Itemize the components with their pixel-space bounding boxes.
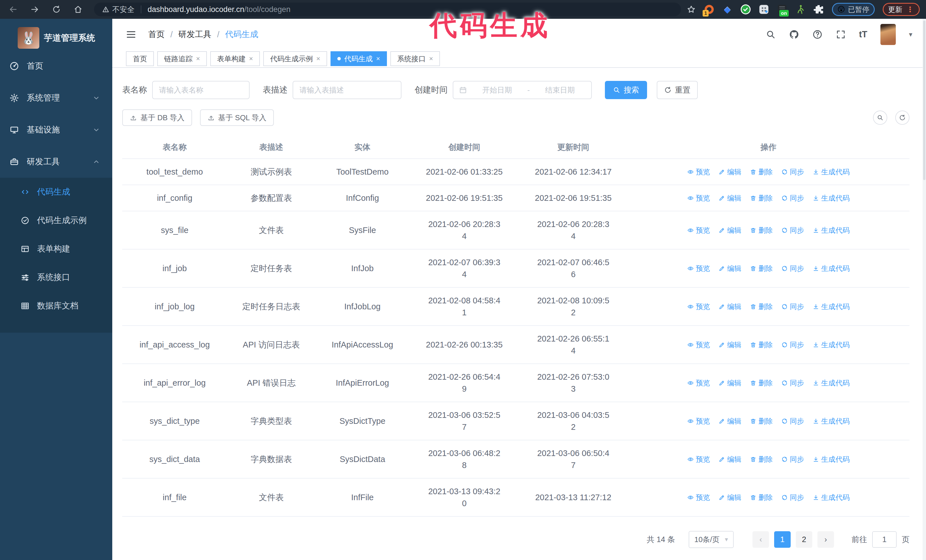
close-icon[interactable]: × bbox=[376, 55, 380, 62]
close-icon[interactable]: × bbox=[429, 55, 433, 62]
start-date-placeholder[interactable]: 开始日期 bbox=[472, 85, 523, 95]
import-sql-button[interactable]: 基于 SQL 导入 bbox=[200, 109, 274, 126]
tab-系统接口[interactable]: 系统接口× bbox=[390, 51, 440, 66]
action-预览[interactable]: 预览 bbox=[687, 226, 710, 235]
action-编辑[interactable]: 编辑 bbox=[719, 167, 741, 177]
back-icon[interactable] bbox=[9, 5, 18, 14]
action-删除[interactable]: 删除 bbox=[750, 167, 773, 177]
import-db-button[interactable]: 基于 DB 导入 bbox=[122, 109, 192, 126]
forward-icon[interactable] bbox=[30, 5, 39, 14]
action-同步[interactable]: 同步 bbox=[781, 226, 804, 235]
action-预览[interactable]: 预览 bbox=[687, 340, 710, 350]
goto-page-input[interactable] bbox=[872, 531, 897, 548]
action-编辑[interactable]: 编辑 bbox=[719, 417, 741, 426]
user-avatar[interactable] bbox=[881, 24, 896, 45]
action-预览[interactable]: 预览 bbox=[687, 302, 710, 311]
action-同步[interactable]: 同步 bbox=[781, 417, 804, 426]
end-date-placeholder[interactable]: 结束日期 bbox=[534, 85, 586, 95]
action-编辑[interactable]: 编辑 bbox=[719, 454, 741, 464]
action-预览[interactable]: 预览 bbox=[687, 264, 710, 273]
bookmark-star-icon[interactable] bbox=[687, 5, 696, 14]
sidebar-item-devtools[interactable]: 研发工具 bbox=[0, 146, 112, 178]
sidebar-item-form-builder[interactable]: 表单构建 bbox=[0, 235, 112, 263]
page-button-1[interactable]: 1 bbox=[774, 531, 791, 548]
action-预览[interactable]: 预览 bbox=[687, 167, 710, 177]
help-icon[interactable] bbox=[812, 29, 823, 39]
action-预览[interactable]: 预览 bbox=[687, 378, 710, 388]
reload-icon[interactable] bbox=[52, 5, 61, 14]
sidebar-item-home[interactable]: 首页 bbox=[0, 50, 112, 82]
ext-green-figure-icon[interactable] bbox=[795, 4, 806, 15]
action-生成代码[interactable]: 生成代码 bbox=[813, 493, 850, 502]
sidebar-item-infra[interactable]: 基础设施 bbox=[0, 114, 112, 146]
tab-首页[interactable]: 首页 bbox=[126, 51, 154, 66]
action-删除[interactable]: 删除 bbox=[750, 264, 773, 273]
tab-代码生成[interactable]: 代码生成× bbox=[330, 51, 387, 66]
table-name-input[interactable] bbox=[152, 81, 250, 99]
action-生成代码[interactable]: 生成代码 bbox=[813, 264, 850, 273]
scrollbar-thumb[interactable] bbox=[923, 21, 925, 180]
action-预览[interactable]: 预览 bbox=[687, 454, 710, 464]
next-page-button[interactable]: › bbox=[817, 531, 834, 548]
prev-page-button[interactable]: ‹ bbox=[752, 531, 769, 548]
action-编辑[interactable]: 编辑 bbox=[719, 193, 741, 203]
close-icon[interactable]: × bbox=[196, 55, 200, 62]
window-scrollbar[interactable] bbox=[923, 19, 926, 560]
action-生成代码[interactable]: 生成代码 bbox=[813, 340, 850, 350]
action-同步[interactable]: 同步 bbox=[781, 454, 804, 464]
tab-表单构建[interactable]: 表单构建× bbox=[210, 51, 260, 66]
breadcrumb-devtools[interactable]: 研发工具 bbox=[179, 29, 212, 40]
action-生成代码[interactable]: 生成代码 bbox=[813, 378, 850, 388]
action-编辑[interactable]: 编辑 bbox=[719, 302, 741, 311]
action-生成代码[interactable]: 生成代码 bbox=[813, 193, 850, 203]
ext-blue-gem-icon[interactable] bbox=[722, 4, 733, 15]
action-删除[interactable]: 删除 bbox=[750, 302, 773, 311]
action-生成代码[interactable]: 生成代码 bbox=[813, 417, 850, 426]
ext-green-check-icon[interactable] bbox=[740, 4, 751, 15]
action-编辑[interactable]: 编辑 bbox=[719, 378, 741, 388]
search-button[interactable]: 搜索 bbox=[605, 81, 647, 99]
action-同步[interactable]: 同步 bbox=[781, 378, 804, 388]
date-range-picker[interactable]: 开始日期 - 结束日期 bbox=[453, 81, 592, 99]
action-生成代码[interactable]: 生成代码 bbox=[813, 226, 850, 235]
action-同步[interactable]: 同步 bbox=[781, 340, 804, 350]
action-预览[interactable]: 预览 bbox=[687, 493, 710, 502]
action-预览[interactable]: 预览 bbox=[687, 417, 710, 426]
search-icon[interactable] bbox=[766, 29, 776, 39]
kebab-menu-icon[interactable]: ⋮ bbox=[906, 5, 914, 14]
action-删除[interactable]: 删除 bbox=[750, 454, 773, 464]
action-同步[interactable]: 同步 bbox=[781, 302, 804, 311]
page-button-2[interactable]: 2 bbox=[796, 531, 812, 548]
close-icon[interactable]: × bbox=[316, 55, 320, 62]
tab-链路追踪[interactable]: 链路追踪× bbox=[157, 51, 207, 66]
security-label[interactable]: 不安全 bbox=[112, 5, 135, 15]
sidebar-item-codegen-example[interactable]: 代码生成示例 bbox=[0, 206, 112, 235]
home-icon[interactable] bbox=[74, 5, 83, 14]
action-删除[interactable]: 删除 bbox=[750, 226, 773, 235]
action-编辑[interactable]: 编辑 bbox=[719, 493, 741, 502]
action-删除[interactable]: 删除 bbox=[750, 493, 773, 502]
action-同步[interactable]: 同步 bbox=[781, 167, 804, 177]
action-预览[interactable]: 预览 bbox=[687, 193, 710, 203]
action-生成代码[interactable]: 生成代码 bbox=[813, 167, 850, 177]
action-生成代码[interactable]: 生成代码 bbox=[813, 454, 850, 464]
sidebar-item-db-doc[interactable]: 数据库文档 bbox=[0, 292, 112, 320]
action-编辑[interactable]: 编辑 bbox=[719, 226, 741, 235]
reset-button[interactable]: 重置 bbox=[657, 81, 698, 99]
github-icon[interactable] bbox=[789, 29, 799, 39]
toggle-search-button[interactable] bbox=[873, 110, 887, 125]
fullscreen-icon[interactable] bbox=[836, 29, 846, 39]
breadcrumb-home[interactable]: 首页 bbox=[148, 29, 165, 40]
action-同步[interactable]: 同步 bbox=[781, 493, 804, 502]
paused-badge[interactable]: 😲 已暂停 bbox=[832, 3, 875, 16]
action-删除[interactable]: 删除 bbox=[750, 417, 773, 426]
action-删除[interactable]: 删除 bbox=[750, 340, 773, 350]
address-bar[interactable]: 不安全 dashboard.yudao.iocoder.cn/tool/code… bbox=[94, 3, 681, 16]
action-同步[interactable]: 同步 bbox=[781, 193, 804, 203]
ext-orange-circle-icon[interactable]: 1 bbox=[704, 4, 714, 15]
font-size-icon[interactable]: tT bbox=[859, 29, 867, 39]
sidebar-item-codegen[interactable]: 代码生成 bbox=[0, 178, 112, 206]
action-编辑[interactable]: 编辑 bbox=[719, 264, 741, 273]
action-同步[interactable]: 同步 bbox=[781, 264, 804, 273]
sidebar-item-system-api[interactable]: 系统接口 bbox=[0, 263, 112, 292]
